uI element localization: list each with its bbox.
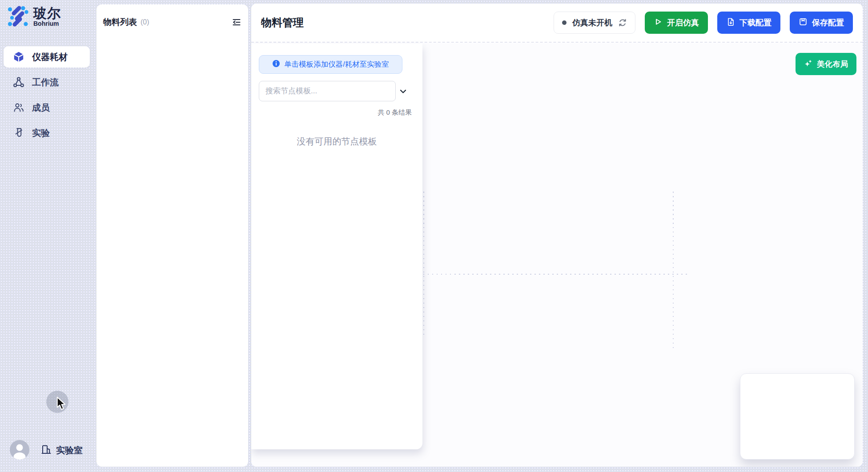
material-list-header: 物料列表 (0) [96,4,248,40]
beautify-layout-button[interactable]: 美化布局 [796,53,856,75]
header-actions: 仿真未开机 开启仿真 [554,12,853,34]
save-config-label: 保存配置 [812,17,844,28]
sidebar-item-label: 成员 [32,102,50,114]
sidebar-item-label: 仪器耗材 [32,51,68,63]
sidebar-item-members[interactable]: 成员 [4,97,90,118]
material-list-panel: 物料列表 (0) [96,4,248,467]
brand-name: 玻尔 [33,7,61,20]
node-template-panel: 单击模板添加仪器/耗材至实验室 共 0 条结果 没有可用的节点模板 [251,44,422,449]
avatar[interactable] [10,440,29,460]
app-root: { "colors": { "brand_indigo": "#3f4fc9",… [0,0,868,472]
result-count: 共 0 条结果 [378,108,412,117]
template-hint-banner: 单击模板添加仪器/耗材至实验室 [259,55,402,74]
material-list-count: (0) [141,18,149,26]
cube-icon [13,51,24,63]
experiment-icon [13,127,24,139]
lab-entry[interactable]: 实验室 [41,444,83,457]
canvas-guide-horizontal [423,274,690,275]
brand-logo[interactable]: 玻尔 Bohrium [7,5,61,28]
template-hint-text: 单击模板添加仪器/耗材至实验室 [284,60,389,69]
brand-text: 玻尔 Bohrium [33,7,61,28]
members-icon [13,102,24,113]
material-list-title: 物料列表 [103,16,137,28]
info-icon [272,60,280,69]
start-simulation-label: 开启仿真 [667,17,699,28]
main-header: 物料管理 仿真未开机 [251,4,863,43]
main-area: 物料管理 仿真未开机 [251,4,863,467]
canvas-guide-vertical [673,192,674,348]
minimap-panel[interactable] [740,373,855,460]
canvas-guide-vertical [423,192,424,335]
simulation-status-pill: 仿真未开机 [554,12,635,34]
download-config-button[interactable]: 下载配置 [717,12,780,34]
sidebar-item-experiments[interactable]: 实验 [4,122,90,144]
sidebar-item-label: 工作流 [32,76,59,88]
status-label: 仿真未开机 [572,17,612,28]
play-icon [654,17,663,28]
sidebar-nav: 仪器耗材 工作流 成员 [4,46,90,148]
sidebar-footer: 实验室 [0,440,96,461]
save-icon [799,17,808,28]
bohrium-logo-icon [7,5,28,28]
start-simulation-button[interactable]: 开启仿真 [645,12,708,34]
brand-subtitle: Bohrium [33,20,61,27]
search-node-template-input[interactable] [259,81,396,101]
save-config-button[interactable]: 保存配置 [790,12,853,34]
sparkles-icon [804,59,813,70]
download-config-label: 下载配置 [739,17,772,28]
building-icon [41,444,52,457]
sidebar-item-label: 实验 [32,127,50,139]
mouse-cursor-icon [56,396,67,412]
page-title: 物料管理 [261,16,304,30]
lab-entry-label: 实验室 [56,444,83,456]
sidebar-item-workflow[interactable]: 工作流 [4,72,90,93]
sidebar-item-instruments[interactable]: 仪器耗材 [4,46,90,68]
beautify-layout-label: 美化布局 [817,59,848,69]
sidebar: 玻尔 Bohrium 仪器耗材 工作流 [0,0,96,472]
file-download-icon [726,17,735,28]
flow-canvas[interactable]: 单击模板添加仪器/耗材至实验室 共 0 条结果 没有可用的节点模板 美化布局 [251,44,863,467]
chevron-down-icon[interactable] [399,87,407,96]
workflow-icon [13,76,24,88]
empty-template-message: 没有可用的节点模板 [251,136,422,148]
collapse-panel-icon[interactable] [232,17,241,27]
status-dot-icon [562,20,567,25]
refresh-icon[interactable] [618,18,627,27]
